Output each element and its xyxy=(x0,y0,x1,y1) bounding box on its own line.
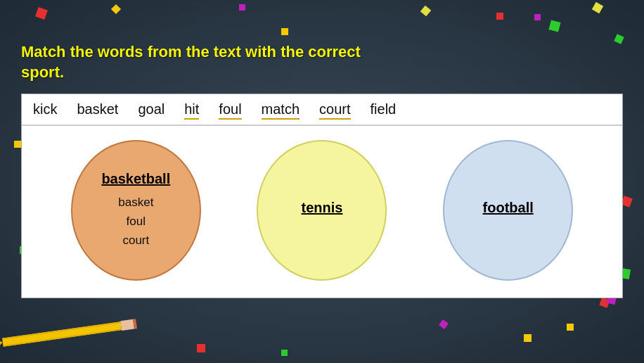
instruction-text: Match the words from the text with the c… xyxy=(21,42,623,82)
svg-rect-4 xyxy=(120,319,134,331)
word-match: match xyxy=(262,101,300,117)
confetti-3 xyxy=(548,20,560,32)
page-content: Match the words from the text with the c… xyxy=(21,42,623,298)
pencil-decoration xyxy=(0,314,145,352)
word-field: field xyxy=(371,101,397,117)
oval-basketball-word3: court xyxy=(122,231,149,250)
confetti-12 xyxy=(439,319,449,329)
confetti-7 xyxy=(239,4,245,11)
oval-basketball-word1: basket xyxy=(118,193,153,212)
word-goal: goal xyxy=(138,101,165,117)
oval-football-title: football xyxy=(483,200,534,216)
word-court: court xyxy=(319,101,350,117)
confetti-19 xyxy=(567,324,574,331)
confetti-21 xyxy=(534,14,541,20)
instruction-line2: sport. xyxy=(21,63,64,81)
word-kick: kick xyxy=(33,101,57,117)
confetti-20 xyxy=(420,6,431,16)
confetti-5 xyxy=(496,13,503,20)
confetti-2 xyxy=(111,4,121,14)
oval-basketball-word2: foul xyxy=(127,212,146,231)
confetti-13 xyxy=(197,344,205,352)
oval-basketball-title: basketball xyxy=(101,171,170,187)
confetti-11 xyxy=(524,334,532,342)
confetti-14 xyxy=(281,350,288,356)
word-foul: foul xyxy=(219,101,241,117)
word-bank: kick basket goal hit foul match court fi… xyxy=(22,94,622,126)
confetti-9 xyxy=(599,297,610,307)
instruction-line1: Match the words from the text with the c… xyxy=(21,43,361,60)
confetti-4 xyxy=(592,2,603,13)
confetti-15 xyxy=(14,141,21,148)
oval-tennis-title: tennis xyxy=(302,200,343,216)
confetti-1 xyxy=(35,7,48,20)
word-hit: hit xyxy=(184,101,199,117)
word-basket: basket xyxy=(77,101,118,117)
oval-basketball: basketball basket foul court xyxy=(71,140,201,281)
oval-football: football xyxy=(443,140,573,281)
confetti-8 xyxy=(281,28,288,35)
ovals-container: basketball basket foul court tennis foot… xyxy=(22,126,622,298)
oval-tennis: tennis xyxy=(257,140,387,281)
